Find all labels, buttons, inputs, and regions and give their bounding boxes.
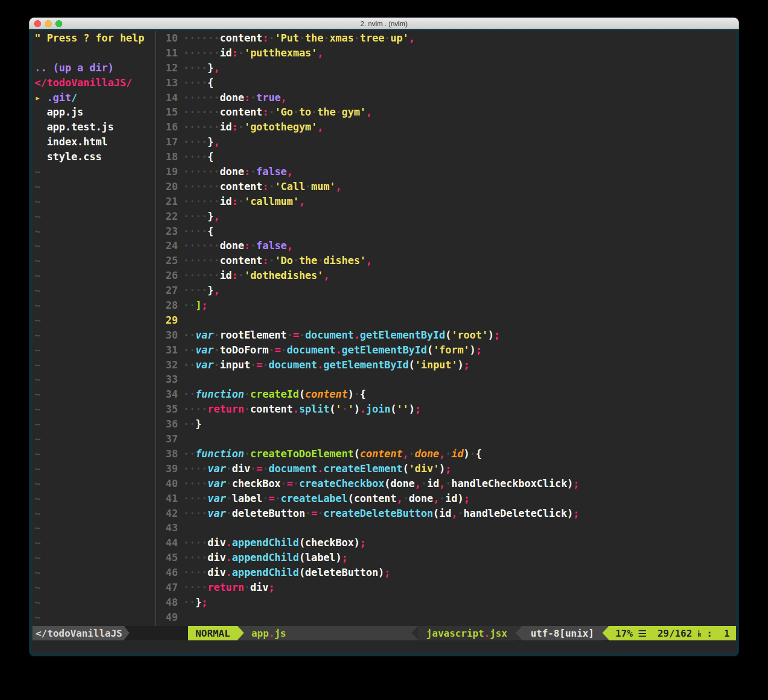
code-line[interactable]: 48··}; <box>159 595 736 610</box>
empty-line-tilde: ~ <box>35 179 153 194</box>
code-line[interactable]: 32··var·input·=·document.getElementById(… <box>159 358 736 373</box>
code-line[interactable]: 20······content:·'Call·mum', <box>159 179 736 194</box>
empty-line-tilde: ~ <box>35 194 153 209</box>
line-number: 33 <box>159 372 178 387</box>
empty-line-tilde: ~ <box>35 476 153 491</box>
line-number: 22 <box>159 209 178 224</box>
code-line[interactable]: 41····var·label·=·createLabel(content,·d… <box>159 491 736 506</box>
code-line[interactable]: 38··function·createToDoElement(content,·… <box>159 447 736 462</box>
code-line[interactable]: 45····div.appendChild(label); <box>159 550 736 565</box>
line-number: 17 <box>159 135 178 150</box>
empty-line-tilde: ~ <box>35 164 153 179</box>
tree-dir-git[interactable]: ▸ .git/ <box>35 90 153 105</box>
code-line[interactable]: 35····return·content.split('·').join('')… <box>159 402 736 417</box>
code-line[interactable]: 23····{ <box>159 224 736 239</box>
powerline-arrow-icon <box>412 626 418 640</box>
line-number: 44 <box>159 536 178 550</box>
code-line[interactable]: 46····div.appendChild(deleteButton); <box>159 565 736 580</box>
code-line[interactable]: 42····var·deleteButton·=·createDeleteBut… <box>159 506 736 521</box>
statusline-section-c: app.js <box>238 626 418 640</box>
line-number: 40 <box>159 476 178 491</box>
tree-file-app-test-js[interactable]: app.test.js <box>35 120 153 135</box>
code-line[interactable]: 18····{ <box>159 150 736 164</box>
line-number: 12 <box>159 61 178 76</box>
code-line[interactable]: 26······id:·'dothedishes', <box>159 268 736 283</box>
statusline-encoding: utf-8[unix] <box>522 626 602 640</box>
code-line[interactable]: 15······content:·'Go·to·the·gym', <box>159 105 736 120</box>
statusline-tree-filler <box>124 626 188 640</box>
line-number: 24 <box>159 238 178 253</box>
empty-line-tilde: ~ <box>35 224 153 239</box>
code-line[interactable]: 10······content:·'Put·the·xmas·tree·up', <box>159 31 736 46</box>
statusline-mode-indicator: NORMAL <box>188 626 238 640</box>
statusline-filetype: javascript.jsx <box>418 626 516 640</box>
empty-line-tilde: ~ <box>35 358 153 373</box>
code-line[interactable]: 22····}, <box>159 209 736 224</box>
empty-line-tilde: ~ <box>35 580 153 595</box>
line-number: 46 <box>159 565 178 580</box>
code-line[interactable]: 36··} <box>159 417 736 432</box>
line-number: 14 <box>159 90 178 105</box>
code-line[interactable]: 34··function·createId(content)·{ <box>159 387 736 402</box>
code-line[interactable]: 27····}, <box>159 283 736 298</box>
empty-line-tilde: ~ <box>35 550 153 565</box>
statusline-tree-path: </todoVanillaJS <box>32 626 124 640</box>
tree-file-index-html[interactable]: index.html <box>35 135 153 150</box>
powerline-arrow-icon <box>602 626 609 640</box>
code-line[interactable]: 13····{ <box>159 76 736 90</box>
vertical-split-handle[interactable] <box>153 31 159 626</box>
empty-line-tilde: ~ <box>35 506 153 521</box>
line-number: 38 <box>159 447 178 462</box>
code-line[interactable]: 30··var·rootElement·=·document.getElemen… <box>159 328 736 343</box>
code-line[interactable]: 33 <box>159 372 736 387</box>
code-line[interactable]: 28··]; <box>159 298 736 313</box>
empty-line-tilde: ~ <box>35 298 153 313</box>
empty-line-tilde: ~ <box>35 387 153 402</box>
code-line[interactable]: 49 <box>159 610 736 625</box>
code-line[interactable]: 40····var·checkBox·=·createCheckbox(done… <box>159 476 736 491</box>
code-line[interactable]: 21······id:·'callmum', <box>159 194 736 209</box>
statusline-percent: 17% <box>615 626 638 640</box>
tree-file-style-css[interactable]: style.css <box>35 150 153 164</box>
close-icon[interactable] <box>34 20 41 27</box>
code-line[interactable]: 14······done:·true, <box>159 90 736 105</box>
zoom-icon[interactable] <box>55 20 62 27</box>
line-number: 32 <box>159 358 178 373</box>
code-line[interactable]: 31··var·toDoForm·=·document.getElementBy… <box>159 343 736 358</box>
empty-line-tilde: ~ <box>35 491 153 506</box>
trigram-lines-icon <box>639 630 646 637</box>
code-line[interactable]: 12····}, <box>159 61 736 76</box>
code-line[interactable]: 19······done:·false, <box>159 164 736 179</box>
line-number: 39 <box>159 462 178 476</box>
code-line[interactable]: 43 <box>159 521 736 536</box>
line-number: 43 <box>159 521 178 536</box>
line-number: 15 <box>159 105 178 120</box>
empty-line-tilde: ~ <box>35 253 153 268</box>
line-number: 34 <box>159 387 178 402</box>
line-number: 48 <box>159 595 178 610</box>
empty-line-tilde: ~ <box>35 402 153 417</box>
minimize-icon[interactable] <box>45 20 52 27</box>
tree-root[interactable]: </todoVanillaJS/ <box>35 76 153 90</box>
code-line[interactable]: 47····return·div; <box>159 580 736 595</box>
line-number: 49 <box>159 610 178 625</box>
line-number: 47 <box>159 580 178 595</box>
code-line[interactable]: 39····var·div·=·document.createElement('… <box>159 462 736 476</box>
code-buffer[interactable]: 10······content:·'Put·the·xmas·tree·up',… <box>159 31 736 626</box>
code-line[interactable]: 16······id:·'gotothegym', <box>159 120 736 135</box>
code-line[interactable]: 37 <box>159 432 736 447</box>
code-line[interactable]: 44····div.appendChild(checkBox); <box>159 536 736 550</box>
titlebar[interactable]: 2. nvim . (nvim) <box>29 18 739 29</box>
line-number: 41 <box>159 491 178 506</box>
tree-file-app-js[interactable]: app.js <box>35 105 153 120</box>
code-line[interactable]: 29 <box>159 313 736 328</box>
empty-line-tilde: ~ <box>35 372 153 387</box>
window-title: 2. nvim . (nvim) <box>361 20 408 28</box>
tree-up-dir[interactable]: .. (up a dir) <box>35 61 153 76</box>
code-line[interactable]: 24······done:·false, <box>159 238 736 253</box>
code-line[interactable]: 25······content:·'Do·the·dishes', <box>159 253 736 268</box>
empty-line-tilde: ~ <box>35 283 153 298</box>
code-line[interactable]: 11······id:·'putthexmas', <box>159 46 736 61</box>
code-line[interactable]: 17····}, <box>159 135 736 150</box>
line-number: 30 <box>159 328 178 343</box>
